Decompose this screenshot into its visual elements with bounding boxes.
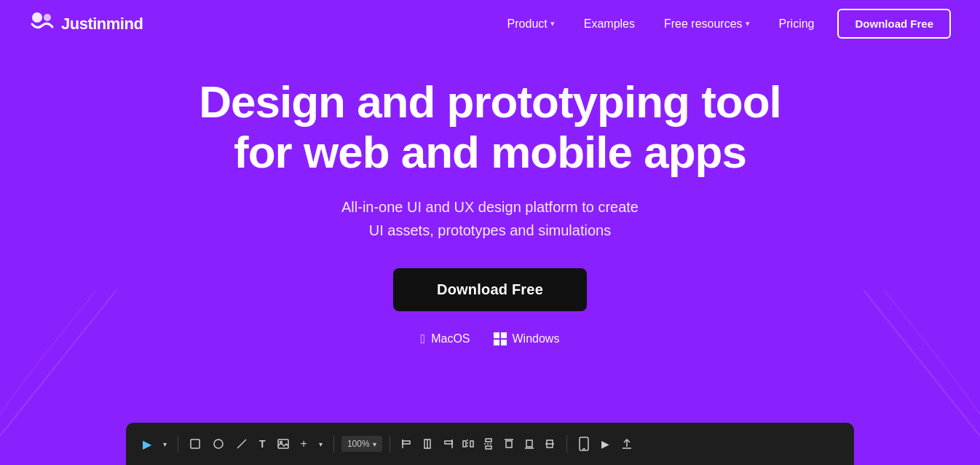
platform-row:  MacOS Windows <box>421 332 560 347</box>
nav-pricing[interactable]: Pricing <box>767 12 826 36</box>
platform-mac:  MacOS <box>421 332 470 347</box>
toolbar-add-chevron[interactable]: ▾ <box>315 437 326 451</box>
svg-rect-17 <box>463 441 466 447</box>
logo-icon <box>29 11 55 37</box>
toolbar-play-chevron[interactable]: ▾ <box>159 437 170 451</box>
svg-rect-11 <box>403 441 410 444</box>
brand-name: Justinmind <box>61 15 143 34</box>
svg-point-1 <box>44 14 51 21</box>
svg-rect-15 <box>445 441 452 444</box>
nav-examples[interactable]: Examples <box>572 12 647 36</box>
toolbar-align-right[interactable] <box>438 435 457 453</box>
toolbar-align-center-v[interactable] <box>418 435 437 453</box>
hero-subtitle: All-in-one UI and UX design platform to … <box>341 195 639 242</box>
toolbar-preview-button[interactable]: ▶ <box>598 435 613 453</box>
toolbar-align-middle-h[interactable] <box>540 435 559 453</box>
resources-chevron-icon: ▾ <box>746 19 750 28</box>
toolbar-circle-tool[interactable] <box>209 435 228 453</box>
editor-toolbar: ▶ ▾ T + ▾ 100% ▾ <box>126 423 854 465</box>
svg-point-7 <box>214 439 223 448</box>
toolbar-divider-1 <box>178 435 178 453</box>
hero-download-button[interactable]: Download Free <box>393 268 587 311</box>
svg-rect-5 <box>501 340 507 345</box>
platform-windows: Windows <box>494 332 560 345</box>
svg-rect-25 <box>526 440 532 447</box>
zoom-chevron-icon: ▾ <box>373 440 376 448</box>
svg-rect-6 <box>191 439 199 448</box>
toolbar-divider-4 <box>566 435 567 453</box>
align-tools-group <box>398 435 559 453</box>
product-chevron-icon: ▾ <box>550 19 555 28</box>
toolbar-align-bottom[interactable] <box>520 435 539 453</box>
toolbar-distribute-v[interactable] <box>479 435 498 453</box>
toolbar-publish-button[interactable] <box>617 435 636 453</box>
svg-point-0 <box>32 12 42 23</box>
toolbar-add-button[interactable]: + <box>297 434 311 453</box>
nav-download-button[interactable]: Download Free <box>837 9 951 39</box>
toolbar-align-top[interactable] <box>499 435 518 453</box>
svg-rect-4 <box>494 340 499 345</box>
svg-rect-21 <box>486 446 491 449</box>
svg-rect-23 <box>506 441 512 448</box>
hero-title: Design and prototyping tool for web and … <box>199 77 781 178</box>
toolbar-divider-2 <box>333 435 334 453</box>
toolbar-text-tool[interactable]: T <box>256 435 269 453</box>
logo[interactable]: Justinmind <box>29 11 143 37</box>
nav-product[interactable]: Product ▾ <box>496 12 566 36</box>
toolbar-rectangle-tool[interactable] <box>186 435 205 453</box>
nav-links: Product ▾ Examples Free resources ▾ Pric… <box>496 9 951 39</box>
svg-rect-3 <box>501 332 507 338</box>
toolbar-divider-3 <box>390 435 390 453</box>
navbar: Justinmind Product ▾ Examples Free resou… <box>0 0 980 47</box>
toolbar-line-tool[interactable] <box>232 435 251 453</box>
toolbar-distribute-h[interactable] <box>459 435 478 453</box>
windows-icon <box>494 332 507 345</box>
svg-rect-18 <box>470 441 473 447</box>
toolbar-zoom-control[interactable]: 100% ▾ <box>341 436 382 452</box>
toolbar-image-tool[interactable] <box>274 435 293 453</box>
toolbar-align-left[interactable] <box>398 435 416 453</box>
svg-rect-20 <box>486 439 491 442</box>
toolbar-mobile-view[interactable] <box>574 434 593 454</box>
svg-rect-2 <box>494 332 499 338</box>
toolbar-play-button[interactable]: ▶ <box>139 434 155 454</box>
apple-icon:  <box>421 332 426 347</box>
svg-line-8 <box>237 439 246 448</box>
nav-free-resources[interactable]: Free resources ▾ <box>652 12 762 36</box>
hero-section: Design and prototyping tool for web and … <box>0 47 980 347</box>
